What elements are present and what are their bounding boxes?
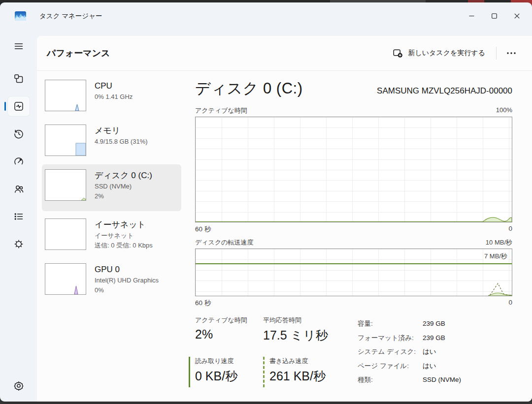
minimize-button[interactable] xyxy=(460,6,483,26)
perf-item-title: CPU xyxy=(95,80,133,92)
disk-mini-chart xyxy=(45,169,86,201)
stat-active-time: アクティブな時間 2% xyxy=(195,316,263,346)
perf-item-sub: 送信: 0 受信: 0 Kbps xyxy=(95,241,153,250)
sidebar-item-startup-apps[interactable] xyxy=(8,152,30,171)
perf-item-sub: 0% 1.41 GHz xyxy=(95,92,133,102)
run-new-task-label: 新しいタスクを実行する xyxy=(408,49,485,58)
page-title: パフォーマンス xyxy=(47,47,110,59)
active-time-chart-ymax: 100% xyxy=(496,106,512,115)
sidebar-item-processes[interactable] xyxy=(8,69,30,89)
perf-item-gpu0[interactable]: GPU 0 Intel(R) UHD Graphics 0% xyxy=(42,258,181,301)
gpu-mini-chart xyxy=(45,263,86,295)
maximize-button[interactable] xyxy=(483,6,505,26)
ethernet-mini-chart xyxy=(45,218,86,250)
active-time-x-left: 60 秒 xyxy=(195,225,211,234)
task-manager-window: タスク マネージャー xyxy=(0,2,532,402)
perf-item-title: メモリ xyxy=(95,125,148,137)
perf-item-sub: イーサネット xyxy=(95,231,153,241)
more-options-icon[interactable] xyxy=(501,45,521,62)
stat-type: 種類: SSD (NVMe) xyxy=(358,373,461,387)
stat-write-speed: 書き込み速度 261 KB/秒 xyxy=(263,357,358,387)
perf-item-sub: 4.9/15.8 GB (31%) xyxy=(95,137,148,147)
sidebar-item-services[interactable] xyxy=(8,234,30,254)
performance-list: CPU 0% 1.41 GHz メモリ 4.9/15.8 GB (31 xyxy=(42,71,181,402)
close-button[interactable] xyxy=(505,6,528,26)
perf-item-cpu[interactable]: CPU 0% 1.41 GHz xyxy=(42,75,181,117)
task-manager-app-icon xyxy=(15,11,26,21)
disk-detail-pane: ディスク 0 (C:) SAMSUNG MZVLQ256HAJD-00000 ア… xyxy=(181,71,532,402)
stat-read-speed: 読み取り速度 0 KB/秒 xyxy=(189,357,263,387)
stat-avg-response: 平均応答時間 17.5 ミリ秒 xyxy=(263,316,358,346)
stat-formatted: フォーマット済み: 239 GB xyxy=(358,331,461,345)
detail-title: ディスク 0 (C:) xyxy=(195,78,303,99)
content-header: パフォーマンス 新しいタスクを実行する xyxy=(37,36,532,71)
transfer-chart-label: ディスクの転送速度 xyxy=(195,238,254,247)
perf-item-title: GPU 0 xyxy=(95,264,159,276)
sidebar-nav xyxy=(0,30,37,402)
sidebar-item-app-history[interactable] xyxy=(8,124,30,144)
transfer-x-left: 60 秒 xyxy=(195,299,211,308)
menu-toggle-icon[interactable] xyxy=(8,36,30,56)
perf-item-title: ディスク 0 (C:) xyxy=(95,170,152,182)
run-new-task-button[interactable]: 新しいタスクを実行する xyxy=(387,44,491,62)
disk-stats: アクティブな時間 2% 平均応答時間 17.5 ミリ秒 読み取り速度 0 KB/… xyxy=(195,316,512,387)
cpu-mini-chart xyxy=(45,80,86,111)
perf-item-sub: Intel(R) UHD Graphics xyxy=(95,276,159,285)
header-divider xyxy=(496,47,497,60)
transfer-rate-chart: 7 MB/秒 xyxy=(195,249,512,296)
memory-mini-chart xyxy=(45,124,86,156)
perf-item-sub: 0% xyxy=(95,285,159,295)
perf-item-title: イーサネット xyxy=(95,219,153,231)
transfer-chart-ymax: 10 MB/秒 xyxy=(486,238,512,247)
active-time-chart xyxy=(195,117,512,222)
perf-item-sub: SSD (NVMe) xyxy=(95,182,152,191)
sidebar-item-users[interactable] xyxy=(8,179,30,199)
window-title: タスク マネージャー xyxy=(39,12,102,21)
perf-item-sub: 2% xyxy=(95,191,152,201)
settings-icon[interactable] xyxy=(8,376,30,396)
titlebar: タスク マネージャー xyxy=(0,2,532,30)
device-model: SAMSUNG MZVLQ256HAJD-00000 xyxy=(377,86,512,96)
stat-system-disk: システム ディスク: はい xyxy=(358,345,461,359)
disk-detail-stats: 容量: 239 GB フォーマット済み: 239 GB システム ディスク: は… xyxy=(358,316,461,387)
active-time-chart-label: アクティブな時間 xyxy=(195,106,247,115)
active-time-x-right: 0 xyxy=(508,225,512,234)
sidebar-item-details[interactable] xyxy=(8,207,30,226)
new-task-icon xyxy=(393,48,403,58)
stat-page-file: ページ ファイル: はい xyxy=(358,359,461,373)
perf-item-memory[interactable]: メモリ 4.9/15.8 GB (31%) xyxy=(42,120,181,162)
stat-capacity: 容量: 239 GB xyxy=(358,317,461,331)
transfer-x-right: 0 xyxy=(508,299,512,308)
perf-item-ethernet[interactable]: イーサネット イーサネット 送信: 0 受信: 0 Kbps xyxy=(42,214,181,256)
content-panel: パフォーマンス 新しいタスクを実行する xyxy=(37,36,532,402)
perf-item-disk0[interactable]: ディスク 0 (C:) SSD (NVMe) 2% xyxy=(42,164,181,211)
sidebar-item-performance[interactable] xyxy=(8,96,30,116)
